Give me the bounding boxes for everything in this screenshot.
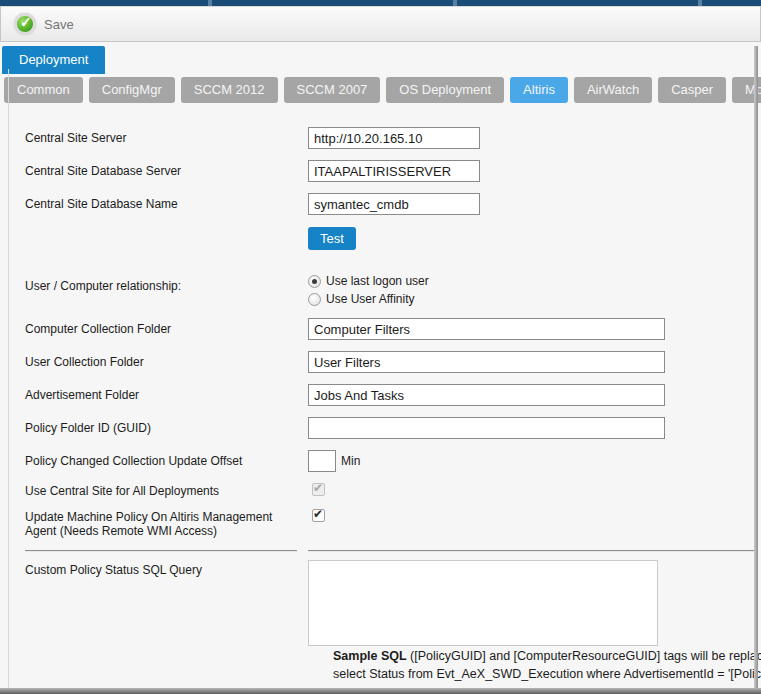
save-button-label: Save (44, 17, 74, 32)
bottom-edge-bar (0, 688, 761, 694)
policy-update-offset-input[interactable] (308, 450, 336, 472)
sample-sql-text: ([PolicyGUID] and [ComputerResourceGUID]… (407, 649, 761, 663)
policy-folder-id-label: Policy Folder ID (GUID) (25, 421, 308, 435)
tab-airwatch[interactable]: AirWatch (574, 77, 652, 103)
radio-label: Use last logon user (326, 274, 429, 288)
settings-page: Save Deployment Common ConfigMgr SCCM 20… (0, 0, 761, 694)
save-button[interactable]: Save (14, 13, 74, 35)
tab-configmgr[interactable]: ConfigMgr (89, 77, 175, 103)
computer-collection-folder-input[interactable] (308, 318, 665, 340)
custom-sql-textarea[interactable] (308, 560, 658, 646)
radio-selected-icon[interactable] (308, 275, 321, 288)
test-button[interactable]: Test (308, 227, 356, 250)
advertisement-folder-input[interactable] (308, 384, 665, 406)
user-collection-folder-row: User Collection Folder (25, 351, 761, 373)
tab-casper[interactable]: Casper (658, 77, 726, 103)
central-site-server-input[interactable] (308, 127, 480, 149)
central-site-database-server-label: Central Site Database Server (25, 164, 308, 178)
tab-os-deployment[interactable]: OS Deployment (386, 77, 504, 103)
advertisement-folder-row: Advertisement Folder (25, 384, 761, 406)
tab-common[interactable]: Common (4, 77, 83, 103)
sample-sql-line1: Sample SQL ([PolicyGUID] and [ComputerRe… (333, 648, 761, 664)
policy-folder-id-input[interactable] (308, 417, 665, 439)
central-site-database-server-input[interactable] (308, 160, 480, 182)
toolbar: Save (0, 6, 761, 42)
sample-sql-line2: select Status from Evt_AeX_SWD_Execution… (333, 666, 761, 682)
tab-sccm-2007[interactable]: SCCM 2007 (284, 77, 381, 103)
custom-sql-row: Custom Policy Status SQL Query (25, 560, 761, 646)
central-site-database-name-label: Central Site Database Name (25, 197, 308, 211)
use-central-site-checkbox (312, 483, 325, 496)
use-central-site-row: Use Central Site for All Deployments (25, 483, 761, 498)
radio-label: Use User Affinity (326, 292, 414, 306)
minutes-unit-label: Min (341, 454, 360, 468)
radio-option-last-logon-user[interactable]: Use last logon user (308, 274, 429, 288)
update-machine-policy-label: Update Machine Policy On Altiris Managem… (25, 509, 308, 538)
advertisement-folder-label: Advertisement Folder (25, 388, 308, 402)
central-site-database-server-row: Central Site Database Server (25, 160, 761, 182)
user-computer-relationship-row: User / Computer relationship: Use last l… (25, 274, 761, 306)
divider-right-segment (308, 550, 754, 552)
user-collection-folder-label: User Collection Folder (25, 355, 308, 369)
update-machine-policy-row: Update Machine Policy On Altiris Managem… (25, 509, 761, 538)
policy-folder-id-row: Policy Folder ID (GUID) (25, 417, 761, 439)
radio-unselected-icon[interactable] (308, 293, 321, 306)
tab-sccm-2012[interactable]: SCCM 2012 (181, 77, 278, 103)
test-row: Test (25, 227, 761, 250)
section-divider (25, 550, 761, 552)
sub-tab-row: Common ConfigMgr SCCM 2012 SCCM 2007 OS … (0, 74, 761, 103)
custom-sql-label: Custom Policy Status SQL Query (25, 560, 308, 577)
right-panel-border (754, 46, 758, 688)
central-site-database-name-row: Central Site Database Name (25, 193, 761, 215)
update-machine-policy-checkbox[interactable] (312, 509, 325, 522)
form-panel: Central Site Server Central Site Databas… (0, 127, 761, 682)
tab-deployment[interactable]: Deployment (2, 46, 105, 74)
policy-update-offset-row: Policy Changed Collection Update Offset … (25, 450, 761, 472)
primary-tab-row: Deployment (0, 46, 761, 74)
computer-collection-folder-label: Computer Collection Folder (25, 322, 308, 336)
central-site-server-row: Central Site Server (25, 127, 761, 149)
use-central-site-label: Use Central Site for All Deployments (25, 483, 308, 498)
divider-left-segment (25, 550, 297, 552)
save-check-icon (14, 13, 36, 35)
relationship-radio-group: Use last logon user Use User Affinity (308, 274, 429, 306)
tab-altiris[interactable]: Altiris (510, 77, 568, 103)
central-site-server-label: Central Site Server (25, 131, 308, 145)
computer-collection-folder-row: Computer Collection Folder (25, 318, 761, 340)
policy-update-offset-label: Policy Changed Collection Update Offset (25, 454, 308, 468)
central-site-database-name-input[interactable] (308, 193, 480, 215)
radio-option-user-affinity[interactable]: Use User Affinity (308, 292, 429, 306)
user-computer-relationship-label: User / Computer relationship: (25, 274, 308, 293)
sample-sql-bold: Sample SQL (333, 649, 407, 663)
user-collection-folder-input[interactable] (308, 351, 665, 373)
